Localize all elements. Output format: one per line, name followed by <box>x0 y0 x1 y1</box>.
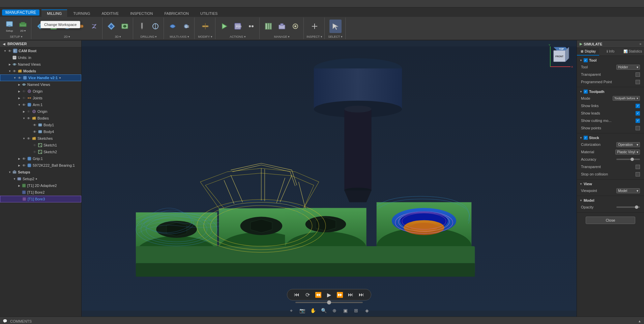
eye-icon-bearing[interactable]: 👁 <box>22 163 26 168</box>
viewport[interactable]: X Y TOP FRONT ⏮ ⟳ ⏪ ▶ ⏩ ⏭ <box>82 40 577 317</box>
stock-section-header[interactable]: ▼ Stock <box>577 135 644 141</box>
tree-item-named-views-2[interactable]: ▶ Named Views <box>0 81 81 88</box>
tree-item-models[interactable]: ▼ 👁 Models <box>0 68 81 74</box>
machine-library-button[interactable] <box>276 20 288 33</box>
grip1-arrow[interactable]: ▶ <box>17 156 22 161</box>
tree-item-units[interactable]: ▶ Units: in <box>0 54 81 61</box>
eye-icon-grip[interactable]: 👁 <box>22 156 26 161</box>
cam-root-arrow[interactable]: ▼ <box>3 48 7 53</box>
playback-thumb[interactable] <box>327 300 331 304</box>
tree-item-bore3[interactable]: ▶ [T1] Bore3 <box>0 196 81 202</box>
tree-item-arm1[interactable]: ▼ 👁 Arm:1 <box>0 101 81 108</box>
eye-icon-models[interactable]: 👁 <box>12 69 17 73</box>
programmed-point-checkbox[interactable] <box>636 80 640 84</box>
sketches-arrow[interactable]: ▼ <box>22 136 26 141</box>
skip-end-button[interactable]: ⏭ <box>347 291 355 299</box>
material-dropdown[interactable]: Plastic Vinyl ▾ <box>615 150 640 155</box>
tree-item-sketches[interactable]: ▼ 👁 Sketches <box>0 135 81 142</box>
comments-expand-btn[interactable]: ▲ <box>638 319 641 323</box>
accuracy-slider[interactable] <box>616 159 640 160</box>
select-button[interactable] <box>329 20 342 33</box>
eye-icon-body1[interactable]: 👁 <box>32 123 37 127</box>
arm1-arrow[interactable]: ▼ <box>17 102 22 107</box>
eye-icon-cam[interactable]: 👁 <box>7 48 12 53</box>
tab-utilities[interactable]: UTILITIES <box>195 9 223 17</box>
thread-button[interactable] <box>88 20 100 33</box>
tree-item-named-views[interactable]: ▶ Named Views <box>0 61 81 68</box>
skip-end2-button[interactable]: ⏭ <box>357 291 365 299</box>
tab-info[interactable]: ℹ Info <box>599 48 621 56</box>
grid-button[interactable]: ⊞ <box>352 306 360 315</box>
eye-icon-vice[interactable]: 👁 <box>17 75 22 80</box>
bore-button[interactable] <box>149 20 162 33</box>
tree-item-body4[interactable]: ▶ 👁 Body4 <box>0 128 81 135</box>
tab-additive[interactable]: ADDITIVE <box>96 9 124 17</box>
close-button[interactable]: Close <box>586 217 635 224</box>
eye-icon-origin[interactable]: 👁 <box>22 89 26 94</box>
post-process-button[interactable]: POST <box>232 20 244 33</box>
eye-icon-bodies[interactable]: 👁 <box>26 116 31 121</box>
toolpath-section-checkbox[interactable] <box>584 90 588 94</box>
tab-inspection[interactable]: INSPECTION <box>125 9 158 17</box>
tree-item-bearing[interactable]: ▶ 👁 5972K222_Ball Bearing:1 <box>0 162 81 169</box>
accuracy-thumb[interactable] <box>631 158 634 161</box>
stock-transparent-checkbox[interactable] <box>636 165 640 169</box>
show-points-checkbox[interactable] <box>636 126 640 130</box>
tree-item-origin-2[interactable]: ▶ 👁 Origin <box>0 108 81 115</box>
play-button[interactable]: ▶ <box>325 291 333 299</box>
tree-item-cam-root[interactable]: ▼ 👁 C CAM Root <box>0 47 81 54</box>
browser-collapse-icon[interactable]: ◀ <box>3 42 5 46</box>
setup2-arrow[interactable]: ▼ <box>12 176 17 181</box>
tool-section-checkbox[interactable] <box>584 58 588 62</box>
zoom-tool-button[interactable]: 🔍 <box>320 306 328 315</box>
bearing-arrow[interactable]: ▶ <box>17 163 22 168</box>
display-mode-button[interactable]: ▣ <box>341 306 349 315</box>
tab-turning[interactable]: TURNING <box>68 9 95 17</box>
pan-tool-button[interactable]: ✋ <box>309 306 317 315</box>
tree-item-2d-adaptive2[interactable]: ▶ [T1] 2D Adaptive2 <box>0 182 81 189</box>
eye-icon-sketches[interactable]: 👁 <box>26 136 31 141</box>
simulate-button[interactable] <box>218 20 230 33</box>
multiaxis2-button[interactable]: G2 <box>180 20 192 33</box>
eye-icon-joints[interactable]: 👁 <box>22 96 26 100</box>
eye-icon-sketch1[interactable]: 👁 <box>32 143 37 148</box>
nav-cube[interactable]: X Y TOP FRONT <box>547 43 574 70</box>
show-leads-checkbox[interactable] <box>636 111 640 116</box>
step-back-button[interactable]: ⏪ <box>314 291 322 299</box>
3d-pocket-button[interactable] <box>119 20 131 33</box>
toolpath-section-header[interactable]: ▼ Toolpath <box>577 89 644 95</box>
rewind-loop-button[interactable]: ⟳ <box>303 291 312 299</box>
viewpoint-dropdown[interactable]: Model ▾ <box>616 188 640 193</box>
tree-item-bore2[interactable]: ▶ [T1] Bore2 <box>0 189 81 196</box>
simulate-collapse-btn[interactable]: » <box>639 42 641 46</box>
tree-item-origin[interactable]: ▶ 👁 Origin <box>0 88 81 95</box>
3d-adaptive-button[interactable] <box>105 20 117 33</box>
joints-arrow[interactable]: ▶ <box>17 96 22 100</box>
cursor-tool-button[interactable]: ⌖ <box>287 306 295 315</box>
tab-display[interactable]: 🖥 Display <box>577 48 599 56</box>
eye-icon-arm1[interactable]: 👁 <box>22 102 26 107</box>
manufacture-button[interactable]: MANUFACTURE <box>2 9 39 15</box>
drill-button[interactable] <box>136 20 148 33</box>
eye-icon-sketch2[interactable]: 👁 <box>32 150 37 154</box>
inspect-button[interactable] <box>309 20 321 33</box>
manage3-button[interactable] <box>289 20 301 33</box>
opacity-thumb[interactable] <box>635 205 638 209</box>
tool-section-header[interactable]: ▼ Tool <box>577 57 644 63</box>
tree-item-setups[interactable]: ▼ Setups <box>0 169 81 175</box>
view-section-header[interactable]: ▼ View <box>577 181 644 187</box>
show-links-checkbox[interactable] <box>636 104 640 108</box>
bodies-arrow[interactable]: ▼ <box>22 116 26 121</box>
tool-library-button[interactable] <box>262 20 274 33</box>
stop-collision-checkbox[interactable] <box>636 172 640 176</box>
stock-button[interactable]: 2D ▾ <box>17 20 29 33</box>
stock-section-checkbox[interactable] <box>584 136 588 140</box>
tree-item-bodies[interactable]: ▼ 👁 Bodies <box>0 115 81 122</box>
eye-icon-origin2[interactable]: 👁 <box>26 109 31 114</box>
tree-item-joints[interactable]: ▶ 👁 Joints <box>0 95 81 101</box>
tool-dropdown[interactable]: Holder ▾ <box>616 65 640 70</box>
tab-fabrication[interactable]: FABRICATION <box>159 9 194 17</box>
show-cutting-checkbox[interactable] <box>636 119 640 123</box>
colorization-dropdown[interactable]: Operation ▾ <box>616 142 640 147</box>
opacity-slider[interactable] <box>616 206 640 208</box>
